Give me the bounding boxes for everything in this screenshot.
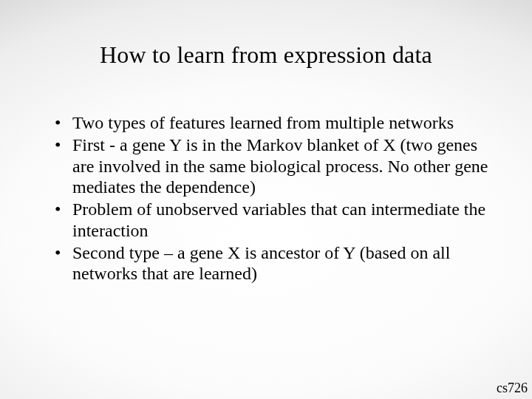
list-item: Two types of features learned from multi… <box>52 112 495 133</box>
list-item: Problem of unobserved variables that can… <box>52 199 495 241</box>
slide-footer: cs726 <box>497 381 528 396</box>
list-item: Second type – a gene X is ancestor of Y … <box>52 242 495 284</box>
list-item: First - a gene Y is in the Markov blanke… <box>52 134 495 197</box>
slide-body: Two types of features learned from multi… <box>52 112 495 286</box>
bullet-list: Two types of features learned from multi… <box>52 112 495 284</box>
slide-title: How to learn from expression data <box>0 41 532 69</box>
slide: How to learn from expression data Two ty… <box>0 0 532 399</box>
